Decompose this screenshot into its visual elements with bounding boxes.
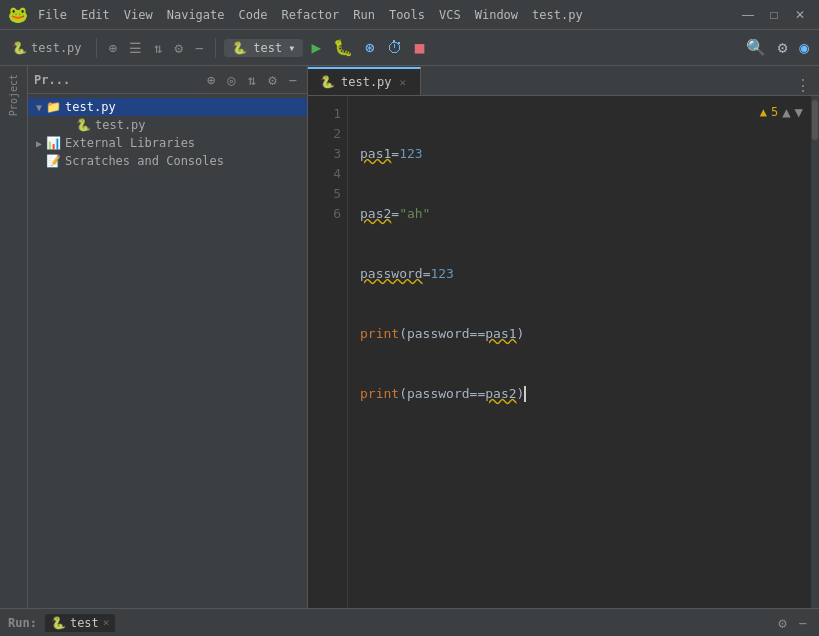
file-tree: ▼ 📁 test.py 🐍 test.py ▶ 📊 External Libra… [28, 94, 307, 608]
main-layout: Project Pr... ⊕ ◎ ⇅ ⚙ − ▼ 📁 test.py 🐍 te… [0, 66, 819, 608]
tree-item-root[interactable]: ▼ 📁 test.py [28, 98, 307, 116]
new-file-button[interactable]: ⊕ [105, 38, 121, 58]
line-numbers: 1 2 3 4 5 6 [308, 96, 348, 608]
run-settings-button[interactable]: ⚙ [774, 613, 790, 633]
tab-more-button[interactable]: ⋮ [787, 76, 819, 95]
code-var-password3: password [407, 384, 470, 404]
proj-locate-button[interactable]: ◎ [223, 70, 239, 90]
expand-arrow-ext: ▶ [36, 138, 42, 149]
code-str-ah: "ah" [399, 204, 430, 224]
proj-collapse-button[interactable]: ⇅ [244, 70, 260, 90]
editor-tab-testpy[interactable]: 🐍 test.py ✕ [308, 67, 421, 95]
run-panel: Run: 🐍 test ✕ ⚙ − ▶ ↑ ↓ 🔧 ☰ ⊞ 📌 🖨 🗑 C:\U… [0, 608, 819, 636]
warning-count: 5 [771, 105, 778, 119]
file-tab[interactable]: 🐍 test.py [6, 39, 88, 57]
menu-edit[interactable]: Edit [75, 6, 116, 24]
run-config-icon: 🐍 [232, 41, 247, 55]
editor-area: 🐍 test.py ✕ ⋮ 1 2 3 4 5 6 pas1=123 pas [308, 66, 819, 608]
run-tab-close[interactable]: ✕ [103, 616, 110, 629]
ide-settings-button[interactable]: ⚙ [774, 36, 792, 59]
menu-window[interactable]: Window [469, 6, 524, 24]
menu-code[interactable]: Code [233, 6, 274, 24]
project-toolbar: Pr... ⊕ ◎ ⇅ ⚙ − [28, 66, 307, 94]
maximize-button[interactable]: □ [763, 6, 785, 24]
window-title: test.py [526, 6, 589, 24]
tree-item-external-libs[interactable]: ▶ 📊 External Libraries [28, 134, 307, 152]
tab-close-button[interactable]: ✕ [398, 76, 409, 89]
code-line-4: print(password==pas1) [360, 324, 799, 344]
fold-up-icon[interactable]: ▲ [782, 104, 790, 120]
menu-navigate[interactable]: Navigate [161, 6, 231, 24]
run-header: Run: 🐍 test ✕ ⚙ − [0, 609, 819, 636]
app-icon: 🐸 [8, 5, 28, 24]
code-func-print1: print [360, 324, 399, 344]
menu-file[interactable]: File [32, 6, 73, 24]
code-line-6 [360, 444, 799, 464]
tab-icon: 🐍 [320, 75, 335, 89]
code-line-5: print(password==pas2) [360, 384, 799, 404]
tree-item-scratches[interactable]: ▶ 📝 Scratches and Consoles [28, 152, 307, 170]
editor-scrollbar[interactable] [811, 96, 819, 608]
code-var-password2: password [407, 324, 470, 344]
proj-add-button[interactable]: ⊕ [203, 70, 219, 90]
code-func-print2: print [360, 384, 399, 404]
run-button[interactable]: ▶ [307, 36, 325, 59]
coverage-button[interactable]: ⊛ [361, 36, 379, 59]
code-line-2: pas2="ah" [360, 204, 799, 224]
code-var-pas2b: pas2 [485, 384, 516, 404]
menu-view[interactable]: View [118, 6, 159, 24]
toolbar-separator-1 [96, 38, 97, 58]
profile-button[interactable]: ⏱ [383, 36, 407, 59]
run-label: Run: [8, 616, 37, 630]
code-line-3: password=123 [360, 264, 799, 284]
tree-item-testpy[interactable]: 🐍 test.py [28, 116, 307, 134]
code-var-pas1b: pas1 [485, 324, 516, 344]
run-tab-label: test [70, 616, 99, 630]
settings-proj-button[interactable]: ⚙ [170, 38, 186, 58]
code-num-123: 123 [399, 144, 422, 164]
project-title: Pr... [34, 73, 199, 87]
run-config-dropdown-icon: ▾ [288, 41, 295, 55]
folder-icon: 📁 [46, 100, 61, 114]
editor-scrollbar-thumb[interactable] [812, 100, 818, 140]
debug-button[interactable]: 🐛 [329, 36, 357, 59]
code-content[interactable]: pas1=123 pas2="ah" password=123 print(pa… [348, 96, 811, 608]
left-sidebar: Project [0, 66, 28, 608]
fold-down-icon[interactable]: ▼ [795, 104, 803, 120]
menu-vcs[interactable]: VCS [433, 6, 467, 24]
run-minimize-button[interactable]: − [795, 613, 811, 633]
toolbar-separator-2 [215, 38, 216, 58]
project-panel: Pr... ⊕ ◎ ⇅ ⚙ − ▼ 📁 test.py 🐍 test.py [28, 66, 308, 608]
run-config-selector[interactable]: 🐍 test ▾ [224, 39, 303, 57]
proj-hide-button[interactable]: − [285, 70, 301, 90]
toolbar: 🐍 test.py ⊕ ☰ ⇅ ⚙ − 🐍 test ▾ ▶ 🐛 ⊛ ⏱ ■ 🔍… [0, 30, 819, 66]
code-var-pas2: pas2 [360, 204, 391, 224]
code-num-123b: 123 [430, 264, 453, 284]
root-label: test.py [65, 100, 116, 114]
run-tab-test[interactable]: 🐍 test ✕ [45, 614, 116, 632]
proj-settings-button[interactable]: ⚙ [264, 70, 280, 90]
tab-bar: 🐍 test.py ✕ ⋮ [308, 66, 819, 96]
menu-refactor[interactable]: Refactor [275, 6, 345, 24]
code-editor[interactable]: 1 2 3 4 5 6 pas1=123 pas2="ah" password=… [308, 96, 819, 608]
project-panel-label[interactable]: Project [6, 70, 21, 120]
jetbrains-button[interactable]: ◉ [795, 36, 813, 59]
scratch-icon: 📝 [46, 154, 61, 168]
close-button[interactable]: ✕ [789, 6, 811, 24]
menu-run[interactable]: Run [347, 6, 381, 24]
warning-area: ▲ 5 ▲ ▼ [760, 104, 803, 120]
text-cursor [524, 386, 526, 402]
structure-button[interactable]: ☰ [125, 38, 146, 58]
expand-button[interactable]: ⇅ [150, 38, 166, 58]
code-var-password: password [360, 264, 423, 284]
run-controls-right: ⚙ − [774, 613, 811, 633]
stop-button[interactable]: ■ [411, 36, 429, 59]
ext-lib-label: External Libraries [65, 136, 195, 150]
ext-lib-icon: 📊 [46, 136, 61, 150]
hide-proj-button[interactable]: − [191, 38, 207, 58]
minimize-button[interactable]: — [737, 6, 759, 24]
menu-tools[interactable]: Tools [383, 6, 431, 24]
py-file-icon: 🐍 [76, 118, 91, 132]
file-tab-label: test.py [31, 41, 82, 55]
search-button[interactable]: 🔍 [742, 36, 770, 59]
